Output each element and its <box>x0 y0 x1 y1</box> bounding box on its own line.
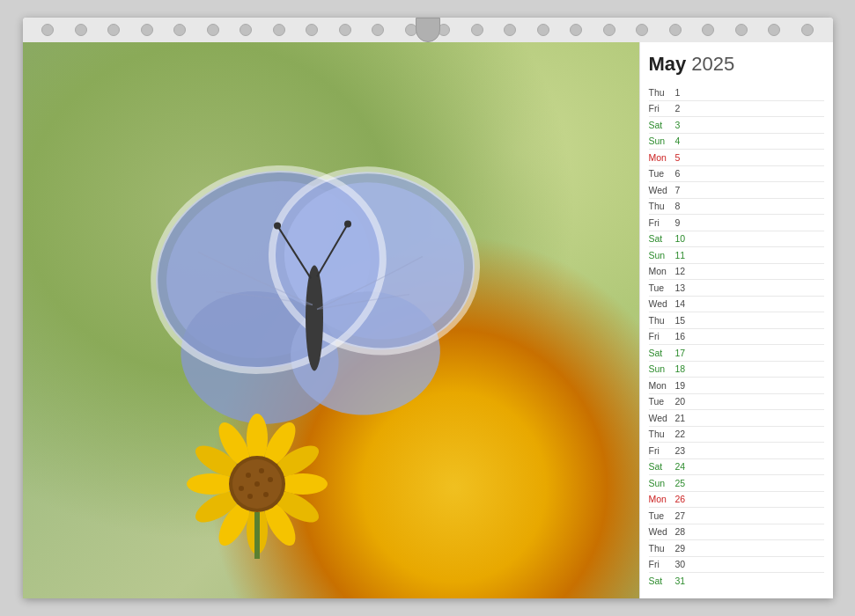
day-name: Fri <box>649 217 675 228</box>
day-number: 5 <box>675 152 681 163</box>
hole-1 <box>41 24 54 36</box>
day-name: Wed <box>649 298 675 309</box>
day-name: Sun <box>649 363 675 374</box>
day-row: Mon5 <box>649 150 824 166</box>
day-row: Mon12 <box>649 264 824 281</box>
day-name: Sat <box>649 461 675 472</box>
hole-22 <box>735 24 748 36</box>
day-row: Thu29 <box>649 540 824 557</box>
svg-point-16 <box>278 473 328 495</box>
svg-point-22 <box>187 473 236 495</box>
day-number: 12 <box>675 266 686 276</box>
day-name: Sat <box>649 233 675 244</box>
day-name: Fri <box>649 331 675 341</box>
day-row: Fri16 <box>649 329 824 346</box>
day-row: Sun18 <box>649 362 824 378</box>
day-row: Tue27 <box>649 508 824 524</box>
main-content: May2025 Thu1Fri2Sat3Sun4Mon5Tue6Wed7Thu8… <box>23 42 833 598</box>
day-name: Sat <box>649 120 675 130</box>
hole-center <box>416 18 440 42</box>
day-name: Tue <box>649 396 675 407</box>
hole-21 <box>702 24 714 36</box>
day-row: Sun11 <box>649 247 824 264</box>
day-name: Thu <box>649 87 675 98</box>
hole-10 <box>339 24 351 36</box>
day-row: Tue6 <box>649 166 824 183</box>
butterfly-photo <box>23 42 639 598</box>
day-number: 9 <box>675 217 681 228</box>
day-number: 13 <box>675 282 686 293</box>
hole-14 <box>471 24 483 36</box>
day-row: Fri9 <box>649 215 824 231</box>
hole-24 <box>801 24 814 36</box>
day-row: Sun25 <box>649 475 824 492</box>
day-name: Tue <box>649 168 675 179</box>
day-name: Sun <box>649 478 675 488</box>
day-number: 14 <box>675 298 686 309</box>
day-number: 28 <box>675 526 686 537</box>
svg-point-13 <box>247 414 268 463</box>
day-number: 25 <box>675 478 686 488</box>
day-row: Tue20 <box>649 394 824 411</box>
day-row: Wed14 <box>649 297 824 313</box>
day-name: Thu <box>649 543 675 554</box>
day-name: Thu <box>649 315 675 326</box>
day-name: Wed <box>649 185 675 195</box>
day-number: 3 <box>675 120 681 130</box>
hole-6 <box>207 24 219 36</box>
svg-point-28 <box>259 468 264 473</box>
svg-point-33 <box>254 481 260 487</box>
day-name: Wed <box>649 413 675 423</box>
day-number: 20 <box>675 396 686 407</box>
day-name: Fri <box>649 103 675 114</box>
day-name: Tue <box>649 510 675 521</box>
day-name: Tue <box>649 282 675 293</box>
day-number: 11 <box>675 250 686 260</box>
svg-point-27 <box>246 473 251 478</box>
day-row: Thu1 <box>649 84 824 101</box>
svg-point-31 <box>247 494 253 499</box>
day-name: Mon <box>649 494 675 504</box>
day-row: Tue13 <box>649 280 824 297</box>
svg-point-8 <box>306 265 323 370</box>
calendar-container: May2025 Thu1Fri2Sat3Sun4Mon5Tue6Wed7Thu8… <box>23 18 833 598</box>
day-name: Sun <box>649 250 675 260</box>
day-number: 26 <box>675 494 686 504</box>
hole-5 <box>173 24 186 36</box>
day-number: 31 <box>675 576 686 586</box>
hole-17 <box>570 24 582 36</box>
day-number: 19 <box>675 380 686 391</box>
day-number: 15 <box>675 315 686 326</box>
day-row: Sat31 <box>649 573 824 590</box>
day-row: Wed21 <box>649 410 824 427</box>
day-name: Wed <box>649 526 675 537</box>
calendar-month: May <box>649 53 687 75</box>
punch-holes-bar <box>23 18 833 42</box>
hole-23 <box>768 24 780 36</box>
day-row: Thu15 <box>649 312 824 329</box>
hole-11 <box>372 24 384 36</box>
calendar-panel: May2025 Thu1Fri2Sat3Sun4Mon5Tue6Wed7Thu8… <box>639 42 833 598</box>
svg-point-12 <box>344 220 351 227</box>
day-number: 22 <box>675 429 686 439</box>
day-name: Thu <box>649 429 675 439</box>
day-row: Sat24 <box>649 459 824 476</box>
day-number: 17 <box>675 348 686 358</box>
hole-20 <box>669 24 682 36</box>
day-number: 7 <box>675 185 681 195</box>
hole-19 <box>636 24 648 36</box>
day-name: Fri <box>649 445 675 456</box>
day-row: Sat3 <box>649 117 824 134</box>
day-number: 18 <box>675 363 686 374</box>
day-number: 23 <box>675 445 686 456</box>
hole-7 <box>240 24 252 36</box>
day-row: Thu8 <box>649 199 824 216</box>
day-number: 30 <box>675 559 686 569</box>
hole-9 <box>306 24 318 36</box>
day-name: Mon <box>649 266 675 276</box>
hole-8 <box>273 24 285 36</box>
day-row: Fri2 <box>649 101 824 118</box>
day-row: Mon19 <box>649 378 824 394</box>
day-number: 1 <box>675 87 681 98</box>
hole-18 <box>603 24 615 36</box>
